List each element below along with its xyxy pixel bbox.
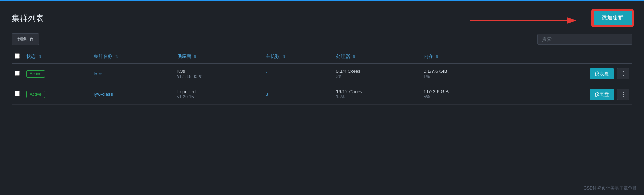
- delete-label: 删除: [17, 36, 27, 42]
- cluster-table: 状态 ⇅ 集群名称 ⇅ 供应商 ⇅ 主机数 ⇅ 处理器 ⇅: [12, 49, 632, 105]
- cpu-sort-icon[interactable]: ⇅: [353, 55, 355, 59]
- row2-cpu-percent: 13%: [336, 94, 418, 100]
- status-sort-icon[interactable]: ⇅: [38, 55, 41, 59]
- add-cluster-button[interactable]: 添加集群: [593, 10, 632, 26]
- header-status: 状态 ⇅: [23, 49, 91, 64]
- row1-checkbox[interactable]: [15, 71, 20, 76]
- row1-mem-percent: 1%: [424, 74, 503, 79]
- row2-actions-cell: 仪表盘 ⋮: [506, 84, 632, 105]
- table-row: Active local K3s v1.18.8+k3s1 1 0.1/4 Co…: [12, 64, 632, 84]
- row2-hosts-cell: 3: [263, 84, 333, 105]
- header-hosts-label: 主机数: [266, 53, 280, 59]
- row1-status-badge: Active: [26, 70, 45, 78]
- row2-status-badge: Active: [26, 91, 45, 98]
- header-name-label: 集群名称: [94, 53, 113, 59]
- row1-provider-name: K3s: [177, 68, 260, 74]
- row1-dashboard-button[interactable]: 仪表盘: [590, 68, 614, 79]
- row2-cluster-link[interactable]: lyw-class: [94, 91, 113, 97]
- name-sort-icon[interactable]: ⇅: [115, 55, 118, 59]
- table-header: 状态 ⇅ 集群名称 ⇅ 供应商 ⇅ 主机数 ⇅ 处理器 ⇅: [12, 49, 632, 64]
- row2-status-cell: Active: [23, 84, 91, 105]
- row2-version: v1.20.15: [177, 94, 260, 100]
- header-checkbox-cell: [12, 49, 23, 64]
- table-body: Active local K3s v1.18.8+k3s1 1 0.1/4 Co…: [12, 64, 632, 105]
- row1-cluster-link[interactable]: local: [94, 71, 103, 76]
- row1-version: v1.18.8+k3s1: [177, 74, 260, 79]
- row1-hosts-cell: 1: [263, 64, 333, 84]
- header-provider: 供应商 ⇅: [174, 49, 263, 64]
- footer-watermark: CSDN @俊俏美男子章鱼哥: [583, 185, 637, 191]
- row2-dashboard-button[interactable]: 仪表盘: [590, 89, 614, 100]
- memory-sort-icon[interactable]: ⇅: [435, 55, 438, 59]
- row2-mem-cell: 11/22.6 GiB 5%: [421, 84, 506, 105]
- row2-checkbox-cell: [12, 84, 23, 105]
- provider-sort-icon[interactable]: ⇅: [194, 55, 197, 59]
- hosts-sort-icon[interactable]: ⇅: [282, 55, 285, 59]
- row1-checkbox-cell: [12, 64, 23, 84]
- header-actions: [506, 49, 632, 64]
- search-input[interactable]: [537, 34, 632, 45]
- row1-host-count: 1: [266, 71, 268, 76]
- header-provider-label: 供应商: [177, 53, 191, 59]
- header-hosts: 主机数 ⇅: [263, 49, 333, 64]
- page-header: 集群列表 添加集群: [12, 10, 632, 26]
- header-row: 状态 ⇅ 集群名称 ⇅ 供应商 ⇅ 主机数 ⇅ 处理器 ⇅: [12, 49, 632, 64]
- table-row: Active lyw-class Imported v1.20.15 3 16/…: [12, 84, 632, 105]
- row2-checkbox[interactable]: [15, 91, 20, 96]
- header-memory: 内存 ⇅: [421, 49, 506, 64]
- header-name: 集群名称 ⇅: [91, 49, 174, 64]
- row1-mem-cell: 0.1/7.6 GiB 1%: [421, 64, 506, 84]
- row2-host-count: 3: [266, 91, 268, 97]
- header-cpu: 处理器 ⇅: [333, 49, 421, 64]
- row1-provider-cell: K3s v1.18.8+k3s1: [174, 64, 263, 84]
- main-container: 集群列表 添加集群 删除 🗑 状态 ⇅ 集群名称 ⇅: [0, 1, 644, 113]
- row1-cpu-cell: 0.1/4 Cores 3%: [333, 64, 421, 84]
- row2-cpu-cell: 16/12 Cores 13%: [333, 84, 421, 105]
- row1-status-cell: Active: [23, 64, 91, 84]
- row1-cpu-usage: 0.1/4 Cores: [336, 68, 418, 74]
- select-all-checkbox[interactable]: [15, 53, 20, 59]
- trash-icon: 🗑: [29, 37, 34, 42]
- delete-button[interactable]: 删除 🗑: [12, 33, 39, 45]
- row1-actions-cell: 仪表盘 ⋮: [506, 64, 632, 84]
- header-memory-label: 内存: [424, 53, 433, 59]
- row2-more-button[interactable]: ⋮: [617, 89, 629, 100]
- row1-mem-usage: 0.1/7.6 GiB: [424, 68, 503, 74]
- toolbar-row: 删除 🗑: [12, 33, 632, 45]
- row1-cpu-percent: 3%: [336, 74, 418, 79]
- header-cpu-label: 处理器: [336, 53, 350, 59]
- row1-actions: 仪表盘 ⋮: [509, 68, 629, 79]
- row2-provider-cell: Imported v1.20.15: [174, 84, 263, 105]
- row1-more-button[interactable]: ⋮: [617, 68, 629, 79]
- row2-mem-usage: 11/22.6 GiB: [424, 89, 503, 94]
- row2-provider-name: Imported: [177, 89, 260, 94]
- row2-actions: 仪表盘 ⋮: [509, 89, 629, 100]
- page-title: 集群列表: [12, 13, 44, 24]
- row1-name-cell: local: [91, 64, 174, 84]
- header-status-label: 状态: [26, 53, 36, 59]
- row2-cpu-usage: 16/12 Cores: [336, 89, 418, 94]
- row2-name-cell: lyw-class: [91, 84, 174, 105]
- row2-mem-percent: 5%: [424, 94, 503, 100]
